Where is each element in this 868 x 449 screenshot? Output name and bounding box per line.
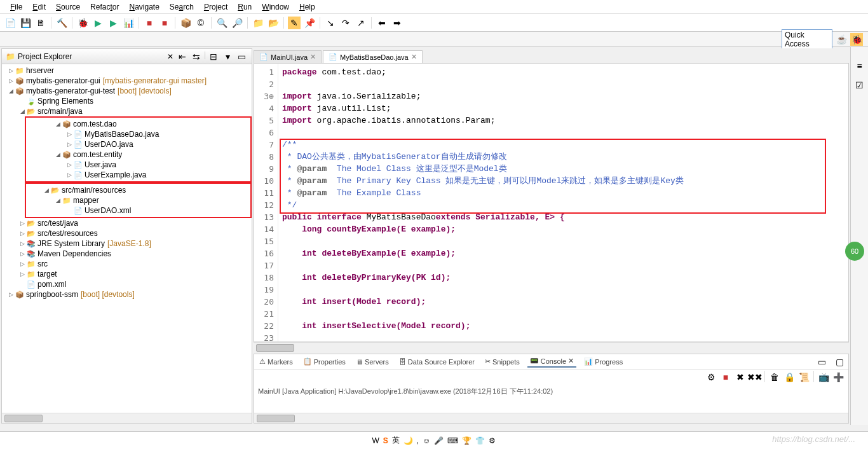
stop-icon[interactable]: ■ <box>143 17 156 29</box>
link-editor-icon[interactable]: ⇆ <box>190 50 203 63</box>
tree-item[interactable]: ▷📦mybatis-generator-gui[mybatis-generato… <box>2 76 252 86</box>
back-icon[interactable]: ⬅ <box>376 17 388 29</box>
mic-icon[interactable]: 🎤 <box>434 436 444 445</box>
bottom-tab-servers[interactable]: 🖥Servers <box>353 357 391 367</box>
min-panel-icon[interactable]: ▭ <box>815 356 828 368</box>
new-package-icon[interactable]: 📦 <box>179 17 192 29</box>
tree-item[interactable]: ◢📂src/main/java <box>2 106 252 116</box>
editor-h-scrollbar[interactable] <box>254 342 849 352</box>
perspective-debug-icon[interactable]: 🐞 <box>850 33 863 46</box>
bottom-tab-progress[interactable]: 📊Progress <box>581 356 625 367</box>
run-icon[interactable]: ▶ <box>92 17 104 29</box>
filter-icon[interactable]: ▾ <box>221 50 234 63</box>
tree-item[interactable]: 📄UserDAO.xml <box>26 205 250 216</box>
pin-icon[interactable]: 📌 <box>303 17 316 29</box>
editor-area[interactable]: 123⊕4567891011121314151617181920212223 p… <box>254 64 849 342</box>
menu-navigate[interactable]: Navigate <box>124 1 164 13</box>
open-type-icon[interactable]: 🔍 <box>215 17 228 29</box>
bottom-tab-properties[interactable]: 📋Properties <box>301 356 348 367</box>
console-scroll-icon[interactable]: 📜 <box>797 371 810 383</box>
collapse-all-icon[interactable]: ⇤ <box>176 50 189 63</box>
tree-item[interactable]: ▷📁hrserver <box>2 66 252 76</box>
console-clear-icon[interactable]: 🗑 <box>768 371 781 383</box>
editor-tab[interactable]: 📄MyBatisBaseDao.java✕ <box>323 50 423 63</box>
console-lock-icon[interactable]: 🔒 <box>783 371 796 383</box>
step-over-icon[interactable]: ↷ <box>339 17 352 29</box>
perspective-java-icon[interactable]: ☕ <box>835 33 848 46</box>
tree-item[interactable]: ▷📁target <box>2 269 252 279</box>
tree-item[interactable]: ▷📂src/test/resources <box>2 228 252 238</box>
debug-icon[interactable]: 🐞 <box>76 17 89 29</box>
close-icon[interactable]: ✕ <box>411 53 417 61</box>
tree-item[interactable]: ▷📄MyBatisBaseDao.java <box>26 129 250 139</box>
toggle-mark-icon[interactable]: ✎ <box>288 17 301 29</box>
new-class-icon[interactable]: © <box>194 17 207 29</box>
menu-refactor[interactable]: Refactor <box>85 1 124 13</box>
save-icon[interactable]: 💾 <box>19 17 32 29</box>
task-list-icon[interactable]: ☑ <box>853 79 866 92</box>
tree-item[interactable]: ▷📄User.java <box>26 160 250 170</box>
tree-item[interactable]: ◢📦com.test.entity <box>26 149 250 160</box>
menu-help[interactable]: Help <box>294 1 320 13</box>
max-panel-icon[interactable]: ▢ <box>833 356 846 368</box>
quick-access-input[interactable]: Quick Access <box>782 29 832 50</box>
menu-run[interactable]: Run <box>233 1 257 13</box>
folder-icon[interactable]: 📁 <box>252 17 264 29</box>
tree-item[interactable]: ▷📚Maven Dependencies <box>2 249 252 259</box>
menu-source[interactable]: Source <box>51 1 85 13</box>
smiley-icon[interactable]: ☺ <box>423 436 430 445</box>
console-remove-icon[interactable]: ✖ <box>734 371 747 383</box>
relaunch-icon[interactable]: ■ <box>158 17 171 29</box>
bottom-tab-data-source-explorer[interactable]: 🗄Data Source Explorer <box>397 357 477 367</box>
gear-icon[interactable]: ⚙ <box>489 436 496 445</box>
step-return-icon[interactable]: ↗ <box>355 17 367 29</box>
save-all-icon[interactable]: 🗎 <box>34 17 47 29</box>
menu-project[interactable]: Project <box>199 1 233 13</box>
min-icon[interactable]: ▭ <box>235 50 248 63</box>
tree-item[interactable]: ◢📂src/main/resources <box>26 185 250 195</box>
keyboard-icon[interactable]: ⌨ <box>447 436 458 445</box>
close-icon[interactable]: ✕ <box>310 53 316 61</box>
bottom-tab-snippets[interactable]: ✂Snippets <box>482 356 522 367</box>
menu-window[interactable]: Window <box>257 1 294 13</box>
moon-icon[interactable]: 🌙 <box>403 436 413 445</box>
coverage-icon[interactable]: 📊 <box>122 17 135 29</box>
tree-item[interactable]: ▷📁src <box>2 259 252 269</box>
tree-item[interactable]: ◢📦mybatis-generator-gui-test[boot] [devt… <box>2 86 252 96</box>
search-icon[interactable]: 🔎 <box>231 17 243 29</box>
new-icon[interactable]: 📄 <box>4 17 17 29</box>
tree-item[interactable]: ◢📁mapper <box>26 195 250 205</box>
tree-h-scrollbar[interactable] <box>2 413 252 423</box>
sogou-icon[interactable]: S <box>383 436 388 445</box>
outline-icon[interactable]: ≡ <box>853 60 866 73</box>
tree-item[interactable]: ▷📚JRE System Library[JavaSE-1.8] <box>2 238 252 249</box>
tree-item[interactable]: ▷📦springboot-ssm[boot] [devtools] <box>2 289 252 300</box>
editor-tab[interactable]: 📄MainUI.java✕ <box>254 50 322 63</box>
tree-item[interactable]: ▷📄UserDAO.java <box>26 139 250 149</box>
console-terminate-icon[interactable]: ■ <box>719 371 732 383</box>
tree-item[interactable]: ◢📦com.test.dao <box>26 119 250 129</box>
console-h-scrollbar[interactable] <box>254 413 848 423</box>
project-tree[interactable]: ▷📁hrserver▷📦mybatis-generator-gui[mybati… <box>2 64 252 413</box>
notification-badge[interactable]: 60 <box>845 242 864 261</box>
forward-icon[interactable]: ➡ <box>391 17 403 29</box>
tree-item[interactable]: 📄pom.xml <box>2 279 252 289</box>
focus-icon[interactable]: ⊟ <box>207 50 220 63</box>
trophy-icon[interactable]: 🏆 <box>462 436 471 445</box>
console-removeall-icon[interactable]: ✖✖ <box>749 371 761 383</box>
bottom-tab-console[interactable]: 📟Console ✕ <box>527 356 576 368</box>
close-icon[interactable]: ✕ <box>167 52 173 61</box>
tree-item[interactable]: 🍃Spring Elements <box>2 96 252 106</box>
menu-edit[interactable]: Edit <box>27 1 51 13</box>
step-icon[interactable]: ↘ <box>324 17 337 29</box>
tree-item[interactable]: ▷📄UserExample.java <box>26 170 250 180</box>
console-open-icon[interactable]: 📺 <box>817 371 830 383</box>
console-pin-icon[interactable]: ⚙ <box>705 371 717 383</box>
build-icon[interactable]: 🔨 <box>55 17 68 29</box>
code-view[interactable]: package com.test.dao; import java.io.Ser… <box>278 64 848 342</box>
shirt-icon[interactable]: 👕 <box>475 436 485 445</box>
open-task-icon[interactable]: 📂 <box>267 17 280 29</box>
tree-item[interactable]: ▷📂src/test/java <box>2 218 252 228</box>
run-last-icon[interactable]: ▶ <box>107 17 119 29</box>
bottom-tab-markers[interactable]: ⚠Markers <box>257 356 295 367</box>
